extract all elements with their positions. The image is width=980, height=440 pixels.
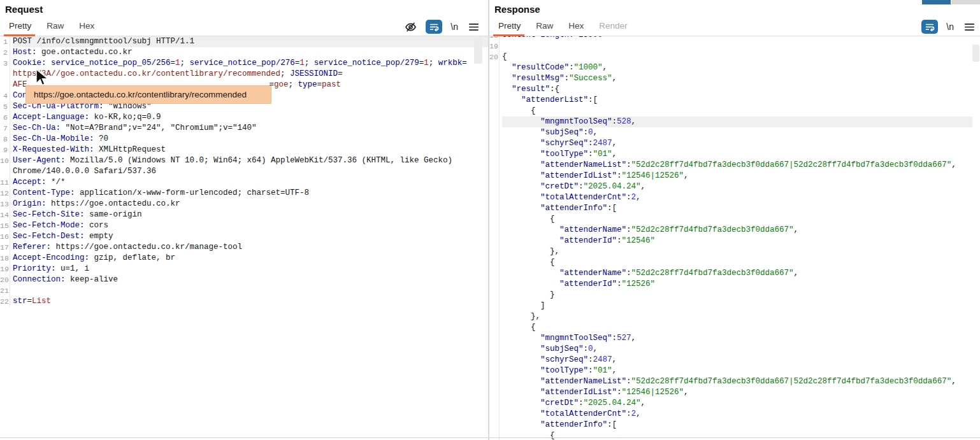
line-number: [489, 322, 500, 333]
code-line: "toolType":"01",: [489, 365, 972, 376]
line-number: 19: [489, 41, 500, 52]
code-line: 15Sec-Fetch-Mode: cors: [0, 220, 488, 231]
line-number: [0, 69, 10, 80]
code-line: 1POST /info/clsmngmnttool/subj HTTP/1.1: [0, 36, 488, 47]
line-number: 16: [0, 231, 10, 242]
response-scrollbar-thumb[interactable]: [972, 45, 979, 62]
cropped-segmented-control-active[interactable]: [922, 0, 951, 4]
line-number: 18: [489, 36, 500, 41]
line-number: 20: [0, 274, 10, 285]
line-number: 11: [0, 177, 10, 188]
line-number: 9: [0, 145, 10, 155]
request-tab-pretty[interactable]: Pretty: [5, 21, 43, 36]
code-line: "attenderNameList":"52d2c28ff7d4fbd7fa3d…: [489, 160, 972, 171]
code-line: "attenderName":"52d2c28ff7d4fbd7fa3decb3…: [489, 268, 972, 279]
code-line: "cretDt":"2025.04.24",: [489, 398, 972, 409]
code-line: 21: [0, 285, 488, 296]
code-line: 18Content-Length: 25900: [489, 36, 972, 41]
code-line: 19Priority: u=1, i: [0, 264, 488, 274]
line-number: [489, 333, 500, 344]
show-newlines-icon[interactable]: \n: [946, 22, 954, 32]
request-toolbar: \n: [403, 20, 480, 34]
response-tab-hex[interactable]: Hex: [565, 21, 595, 36]
cropped-segmented-control-inactive[interactable]: [951, 0, 980, 4]
code-line: "toolType":"01",: [489, 149, 972, 160]
line-number: 19: [0, 264, 10, 274]
code-line: "mngmntToolSeq":527,: [489, 333, 972, 344]
line-number: 7: [0, 123, 10, 134]
code-line: 2Host: goe.ontactedu.co.kr: [0, 47, 488, 58]
line-number: 3: [0, 58, 10, 69]
line-number: [489, 225, 500, 236]
code-line: 6Accept-Language: ko-KR,ko;q=0.9: [0, 112, 488, 123]
request-scrollbar-thumb[interactable]: [474, 37, 482, 64]
line-number: [489, 257, 500, 268]
line-number: [489, 181, 500, 192]
line-number: 1: [0, 36, 10, 47]
line-number: [489, 117, 500, 127]
line-number: [489, 279, 500, 290]
hide-matches-eye-off-icon[interactable]: [403, 20, 417, 34]
request-menu-icon[interactable]: [466, 20, 480, 34]
line-number: 2: [0, 47, 10, 58]
line-number: [489, 236, 500, 246]
code-line: {: [489, 430, 972, 440]
mouse-cursor-icon: [34, 69, 51, 88]
code-line: "attenderNameList":"52d2c28ff7d4fbd7fa3d…: [489, 376, 972, 387]
code-line: {: [489, 106, 972, 117]
line-number: [489, 311, 500, 322]
code-line: "attenderIdList":"12546|12526",: [489, 387, 972, 398]
code-line: "attenderIdList":"12546|12526",: [489, 171, 972, 181]
response-tabbar: Pretty Raw Hex Render: [489, 19, 980, 36]
line-number: [0, 80, 10, 90]
line-number: 12: [0, 188, 10, 199]
code-line: 10User-Agent: Mozilla/5.0 (Windows NT 10…: [0, 155, 488, 166]
response-tab-raw[interactable]: Raw: [532, 21, 565, 36]
line-number: [489, 138, 500, 149]
response-menu-icon[interactable]: [962, 20, 976, 34]
code-line: 13Origin: https://goe.ontactedu.co.kr: [0, 199, 488, 209]
code-line: 11Accept: */*: [0, 177, 488, 188]
code-line: "mngmntToolSeq":528,: [489, 117, 972, 127]
line-number: [489, 376, 500, 387]
code-line: 17Referer: https://goe.ontactedu.co.kr/m…: [0, 242, 488, 253]
code-line: 22str=List: [0, 296, 488, 307]
code-line: "totalAttenderCnt":2,: [489, 409, 972, 420]
line-number: [489, 106, 500, 117]
code-line: },: [489, 311, 972, 322]
word-wrap-toggle-button[interactable]: [426, 20, 442, 34]
response-editor[interactable]: 18Content-Length: 259001920{ "resultCode…: [489, 36, 980, 440]
word-wrap-toggle-button[interactable]: [921, 20, 938, 34]
code-line: "attenderList":[: [489, 95, 972, 106]
response-tab-render[interactable]: Render: [595, 21, 638, 36]
request-tab-hex[interactable]: Hex: [75, 21, 106, 36]
line-number: [489, 127, 500, 138]
code-line: "attenderInfo":[: [489, 420, 972, 430]
line-number: [0, 166, 10, 177]
line-number: [489, 171, 500, 181]
request-tab-raw[interactable]: Raw: [43, 21, 75, 36]
line-number: [489, 246, 500, 257]
line-number: 8: [0, 134, 10, 145]
code-line: ]: [489, 301, 972, 311]
line-number: 5: [0, 101, 10, 112]
url-tooltip: https://goe.ontactedu.co.kr/contentlibra…: [25, 85, 271, 104]
response-title: Response: [494, 4, 540, 15]
code-line: "attenderInfo":[: [489, 203, 972, 214]
code-line: 19: [489, 41, 972, 52]
code-line: "schyrSeq":2487,: [489, 138, 972, 149]
line-number: [489, 149, 500, 160]
line-number: 20: [489, 52, 500, 62]
show-newlines-icon[interactable]: \n: [450, 22, 458, 32]
line-number: 18: [0, 253, 10, 264]
response-tab-pretty[interactable]: Pretty: [494, 21, 532, 36]
line-number: 13: [0, 199, 10, 209]
window-bottom-border: [0, 437, 980, 438]
code-line: "subjSeq":0,: [489, 127, 972, 138]
line-number: [489, 62, 500, 73]
line-number: [489, 301, 500, 311]
response-panel: Response Pretty Raw Hex Render \n: [489, 0, 980, 440]
code-line: },: [489, 246, 972, 257]
line-number: [489, 387, 500, 398]
response-toolbar: \n: [921, 20, 976, 34]
